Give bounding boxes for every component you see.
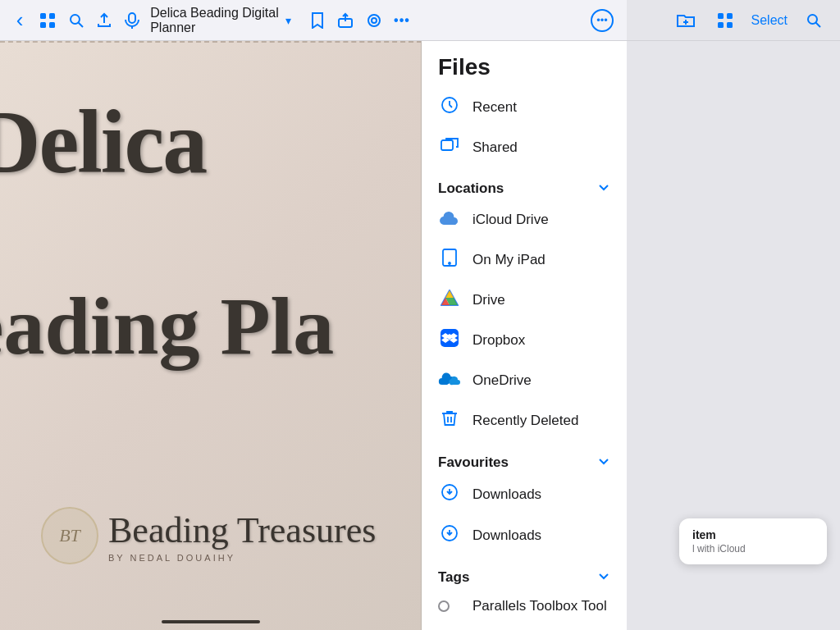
icloud-icon: [438, 209, 461, 231]
svg-rect-15: [718, 22, 724, 28]
files-toolbar: •••: [422, 0, 627, 41]
svg-point-22: [449, 262, 450, 264]
files-list: Recent Shared Locations: [422, 87, 627, 630]
main-content: Delica eading Pla BT Beading Treasures B…: [0, 41, 840, 630]
gray-toolbar: Select: [627, 0, 840, 41]
ipad-label: On My iPad: [472, 252, 546, 268]
recent-icon: [438, 96, 461, 119]
svg-point-17: [808, 15, 817, 24]
icloud-notice-subtitle: l with iCloud: [692, 543, 814, 555]
files-item-dropbox[interactable]: Dropbox: [422, 320, 627, 361]
svg-point-4: [71, 15, 80, 24]
downloads2-label: Downloads: [472, 527, 541, 544]
drive-icon: [438, 290, 461, 311]
folder-add-icon[interactable]: [673, 7, 699, 34]
svg-point-9: [368, 15, 380, 26]
files-item-parallels[interactable]: Parallels Toolbox Tool: [422, 589, 627, 623]
favourites-title: Favourites: [438, 454, 509, 471]
favourites-chevron[interactable]: [597, 454, 610, 471]
ipad-icon: [438, 249, 461, 272]
brand-initials: BT: [59, 525, 80, 546]
files-more-icon[interactable]: •••: [591, 9, 614, 32]
files-title: Files: [438, 54, 491, 80]
svg-rect-0: [40, 13, 46, 19]
share-button[interactable]: [94, 7, 114, 34]
files-item-downloads1[interactable]: Downloads: [422, 474, 627, 515]
brand-circle: BT: [41, 507, 98, 564]
back-button[interactable]: ‹: [10, 7, 30, 34]
files-item-icloud[interactable]: iCloud Drive: [422, 200, 627, 240]
downloads2-icon: [438, 524, 461, 547]
pdf-brand: BT Beading Treasures BY NEDAL DOUAIHY: [41, 507, 376, 564]
recent-label: Recent: [472, 99, 517, 116]
files-item-shared[interactable]: Shared: [422, 128, 627, 167]
shared-icon: [438, 137, 461, 158]
dropbox-label: Dropbox: [472, 332, 525, 349]
divider-vertical: [421, 41, 422, 630]
brand-text-block: Beading Treasures BY NEDAL DOUAIHY: [108, 509, 376, 563]
svg-rect-13: [718, 13, 724, 19]
files-header: Files: [422, 41, 627, 87]
svg-rect-20: [441, 140, 453, 150]
svg-rect-6: [129, 13, 135, 23]
tags-chevron[interactable]: [597, 569, 610, 586]
bookmark-button[interactable]: [308, 7, 327, 34]
files-item-onedrive[interactable]: OneDrive: [422, 361, 627, 400]
gray-panel: item l with iCloud: [627, 41, 840, 630]
files-item-recently-deleted[interactable]: Recently Deleted: [422, 400, 627, 441]
recently-deleted-label: Recently Deleted: [472, 413, 578, 429]
favourites-section-header: Favourites: [422, 441, 627, 474]
locations-title: Locations: [438, 180, 504, 197]
icloud-label: iCloud Drive: [472, 212, 549, 228]
downloads1-icon: [438, 483, 461, 506]
more-button[interactable]: •••: [392, 7, 412, 34]
pdf-text-anding: eading Pla: [0, 279, 334, 373]
downloads1-label: Downloads: [472, 486, 541, 503]
files-item-orange[interactable]: Orange: [422, 623, 627, 630]
gray-search-icon[interactable]: [801, 7, 827, 34]
svg-line-18: [816, 22, 821, 27]
recently-deleted-icon: [438, 409, 461, 432]
document-title[interactable]: Delica Beading Digital Planner ▾: [150, 6, 291, 35]
tags-section-header: Tags: [422, 556, 627, 589]
dropbox-icon: [438, 329, 461, 352]
home-indicator: [162, 620, 260, 623]
drive-label: Drive: [472, 292, 505, 308]
mic-button[interactable]: [122, 7, 142, 34]
doc-title-chevron: ▾: [285, 14, 291, 27]
svg-rect-16: [727, 22, 733, 28]
locations-chevron[interactable]: [597, 180, 610, 197]
dashed-border: [0, 41, 422, 43]
grid-view-icon[interactable]: [712, 7, 738, 34]
files-panel: Files Recent Shared: [422, 41, 627, 630]
export-button[interactable]: [336, 7, 355, 34]
svg-rect-14: [727, 13, 733, 19]
svg-rect-3: [49, 22, 55, 28]
target-button[interactable]: [364, 7, 384, 34]
brand-subtitle: BY NEDAL DOUAIHY: [108, 553, 376, 563]
icloud-notice-title: item: [692, 528, 814, 541]
svg-point-10: [372, 18, 377, 23]
onedrive-icon: [438, 370, 461, 391]
onedrive-label: OneDrive: [472, 372, 532, 389]
top-bar-row: ‹ Delica Beading Digital Planner ▾: [0, 0, 840, 41]
shared-label: Shared: [472, 139, 518, 156]
files-item-recent[interactable]: Recent: [422, 87, 627, 128]
search-button[interactable]: [66, 7, 85, 34]
files-item-downloads2[interactable]: Downloads: [422, 515, 627, 556]
grid-button[interactable]: [38, 7, 57, 34]
svg-line-5: [78, 22, 83, 27]
locations-section-header: Locations: [422, 167, 627, 200]
select-button[interactable]: Select: [751, 13, 788, 28]
files-item-ipad[interactable]: On My iPad: [422, 240, 627, 281]
parallels-label: Parallels Toolbox Tool: [472, 598, 607, 614]
pdf-text-delica: Delica: [0, 90, 206, 194]
parallels-tag-icon: [438, 600, 461, 612]
pdf-viewer: Delica eading Pla BT Beading Treasures B…: [0, 41, 422, 630]
files-item-drive[interactable]: Drive: [422, 281, 627, 320]
tags-title: Tags: [438, 569, 469, 586]
svg-rect-1: [49, 13, 55, 19]
pdf-toolbar: ‹ Delica Beading Digital Planner ▾: [0, 0, 422, 41]
brand-name: Beading Treasures: [108, 509, 376, 551]
pdf-background: Delica eading Pla BT Beading Treasures B…: [0, 41, 422, 630]
